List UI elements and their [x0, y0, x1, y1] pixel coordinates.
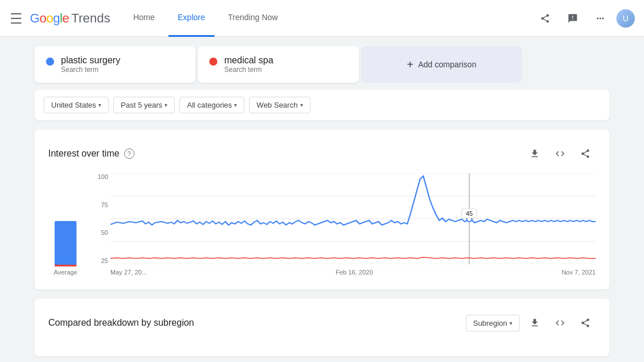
chart-title-text: Interest over time	[48, 148, 120, 159]
chart-share-btn[interactable]	[575, 143, 596, 164]
filter-category-label: All categories	[187, 101, 232, 109]
medical-spa-name: medical spa	[224, 55, 273, 66]
chart-help-icon[interactable]: ?	[124, 148, 135, 159]
x-label-mid: Feb 16, 2020	[336, 269, 373, 276]
menu-icon[interactable]	[9, 12, 23, 25]
filter-search-type-chevron: ▾	[300, 102, 303, 108]
chart-section-header: Interest over time ?	[48, 143, 596, 164]
subregion-label: Subregion	[473, 319, 507, 327]
y-axis: 100 75 50 25	[90, 173, 108, 264]
y-label-100: 100	[90, 173, 108, 180]
filter-time-label: Past 5 years	[121, 101, 162, 109]
nav-trending[interactable]: Trending Now	[219, 0, 288, 37]
filter-category-chevron: ▾	[234, 102, 237, 108]
logo-google-text: Google	[30, 11, 69, 26]
filter-region-label: United States	[51, 101, 96, 109]
top-nav: Google Trends Home Explore Trending Now …	[0, 0, 644, 37]
filter-search-type-label: Web Search	[256, 101, 297, 109]
medical-spa-type: Search term	[224, 66, 273, 74]
search-terms-row: plastic surgery Search term medical spa …	[34, 46, 610, 83]
share-icon-btn[interactable]	[534, 7, 557, 30]
x-axis-labels: May 27, 20... Feb 16, 2020 Nov 7, 2021	[110, 266, 596, 276]
compared-breakdown-section: Compared breakdown by subregion Subregio…	[34, 299, 610, 356]
chart-section-title: Interest over time ?	[48, 148, 135, 159]
nav-links: Home Explore Trending Now	[124, 0, 534, 37]
y-label-50: 50	[90, 229, 108, 236]
x-label-start: May 27, 20...	[110, 269, 147, 276]
add-icon: +	[407, 58, 414, 71]
avg-bar-medical-spa	[55, 265, 76, 266]
nav-actions: U	[534, 7, 635, 30]
add-comparison-card[interactable]: + Add comparison	[361, 46, 522, 83]
filters-row: United States ▾ Past 5 years ▾ All categ…	[34, 90, 610, 120]
filter-search-type[interactable]: Web Search ▾	[249, 97, 310, 113]
search-card-plastic-surgery: plastic surgery Search term	[34, 46, 195, 83]
plastic-surgery-type: Search term	[61, 66, 120, 74]
chart-content-area: Average 100 75 50 25	[48, 173, 596, 276]
apps-icon-btn[interactable]	[589, 7, 612, 30]
nav-home[interactable]: Home	[124, 0, 164, 37]
chart-plot-area: 45 May 27, 20... Feb 16, 2020 Nov 7, 202…	[110, 173, 596, 276]
subregion-chevron: ▾	[509, 320, 512, 326]
interest-over-time-section: Interest over time ?	[34, 129, 610, 289]
breakdown-download-btn[interactable]	[524, 313, 545, 333]
chart-main: 100 75 50 25	[90, 173, 596, 276]
logo-trends-text: Trends	[71, 11, 110, 26]
main-content: plastic surgery Search term medical spa …	[0, 37, 644, 362]
chart-embed-btn[interactable]	[550, 143, 570, 164]
add-comparison-label: Add comparison	[418, 60, 476, 69]
breakdown-title: Compared breakdown by subregion	[48, 318, 194, 328]
chart-download-btn[interactable]	[524, 143, 545, 164]
chart-y-and-plot: 100 75 50 25	[90, 173, 596, 276]
filter-region[interactable]: United States ▾	[44, 97, 109, 113]
nav-explore[interactable]: Explore	[168, 0, 214, 37]
y-label-75: 75	[90, 201, 108, 208]
filter-time[interactable]: Past 5 years ▾	[113, 97, 175, 113]
plastic-surgery-content: plastic surgery Search term	[61, 55, 120, 74]
filter-region-chevron: ▾	[98, 102, 101, 108]
avg-bar-plastic-surgery	[55, 221, 76, 265]
medical-spa-dot	[209, 58, 217, 66]
y-label-25: 25	[90, 257, 108, 264]
svg-text:45: 45	[466, 211, 473, 217]
feedback-icon-btn[interactable]	[561, 7, 584, 30]
chart-svg: 45	[110, 173, 596, 264]
x-label-end: Nov 7, 2021	[562, 269, 596, 276]
subregion-filter-btn[interactable]: Subregion ▾	[466, 315, 520, 331]
breakdown-title-text: Compared breakdown by subregion	[48, 318, 194, 328]
average-bar-container: Average	[48, 174, 83, 276]
avg-bar-wrapper	[55, 174, 76, 266]
blue-line-plastic-surgery	[110, 176, 596, 225]
breakdown-actions: Subregion ▾	[466, 313, 596, 333]
user-avatar[interactable]: U	[616, 9, 635, 28]
breakdown-share-btn[interactable]	[575, 313, 596, 333]
filter-category[interactable]: All categories ▾	[179, 97, 244, 113]
breakdown-embed-btn[interactable]	[550, 313, 570, 333]
plastic-surgery-dot	[46, 58, 54, 66]
plastic-surgery-name: plastic surgery	[61, 55, 120, 66]
breakdown-section-header: Compared breakdown by subregion Subregio…	[48, 313, 596, 333]
search-card-medical-spa: medical spa Search term	[198, 46, 359, 83]
avg-bar-label: Average	[54, 269, 78, 276]
red-line-medical-spa	[110, 257, 596, 258]
chart-actions	[524, 143, 596, 164]
google-trends-logo: Google Trends	[30, 11, 110, 26]
filter-time-chevron: ▾	[164, 102, 167, 108]
medical-spa-content: medical spa Search term	[224, 55, 273, 74]
